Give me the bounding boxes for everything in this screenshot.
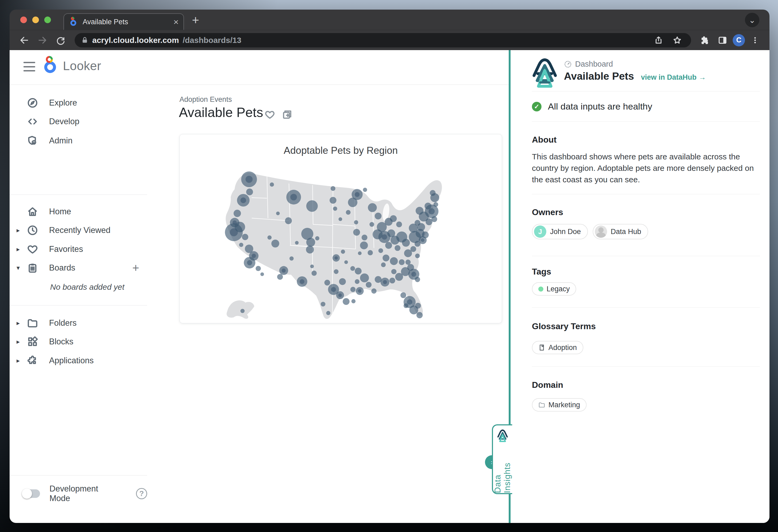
glossary-chip-adoption[interactable]: Adoption — [532, 341, 584, 354]
sidebar-item-boards[interactable]: ▾ Boards + — [10, 260, 147, 276]
sidebar-item-develop[interactable]: Develop — [10, 113, 147, 129]
map-bubble[interactable] — [422, 232, 429, 239]
map-bubble[interactable] — [390, 215, 397, 222]
map-bubble[interactable] — [358, 251, 362, 255]
map-bubble[interactable] — [351, 299, 356, 303]
looker-logo[interactable]: Looker — [44, 58, 101, 73]
map-bubble[interactable] — [354, 220, 358, 225]
caret-right-icon[interactable]: ▸ — [10, 227, 27, 234]
back-icon[interactable] — [16, 32, 32, 48]
map-bubble[interactable] — [410, 246, 416, 252]
help-icon[interactable]: ? — [136, 488, 147, 499]
map-bubble[interactable] — [425, 218, 433, 225]
data-insights-tab[interactable]: Data Insights — [492, 424, 512, 494]
map-bubble[interactable] — [239, 243, 243, 247]
map-bubble[interactable] — [402, 239, 410, 247]
map-bubble[interactable] — [271, 240, 279, 248]
favorite-heart-icon[interactable] — [264, 109, 275, 120]
map-bubble[interactable] — [285, 217, 292, 224]
caret-right-icon[interactable]: ▸ — [10, 319, 27, 327]
map-bubble[interactable] — [360, 273, 369, 282]
tab-search-chevron-icon[interactable]: ⌄ — [745, 13, 759, 27]
map-bubble[interactable] — [320, 302, 325, 306]
owner-chip-john-doe[interactable]: J John Doe — [532, 224, 588, 239]
map-bubble[interactable] — [433, 202, 438, 207]
sidebar-item-favorites[interactable]: ▸ Favorites — [10, 241, 147, 257]
map-bubble[interactable] — [333, 269, 338, 274]
map-bubble[interactable] — [399, 259, 404, 265]
map-bubble[interactable] — [368, 203, 377, 212]
sidebar-item-explore[interactable]: Explore — [10, 95, 147, 111]
map-bubble[interactable] — [348, 198, 357, 207]
owner-chip-data-hub[interactable]: Data Hub — [593, 224, 648, 239]
map-bubble[interactable] — [430, 190, 436, 196]
map-bubble[interactable] — [369, 222, 374, 227]
map-bubble[interactable] — [415, 254, 420, 258]
development-mode-toggle[interactable] — [22, 490, 40, 498]
padlock-icon[interactable] — [81, 36, 88, 44]
map-bubble[interactable] — [234, 210, 241, 217]
map-bubble[interactable] — [306, 200, 318, 211]
map-bubble[interactable] — [289, 256, 294, 261]
map-bubble[interactable] — [362, 235, 367, 241]
map-bubble[interactable] — [240, 309, 244, 313]
map-bubble[interactable] — [414, 241, 420, 247]
map-bubble[interactable] — [344, 260, 348, 264]
map-bubble[interactable] — [346, 210, 351, 215]
extensions-puzzle-icon[interactable] — [697, 33, 712, 48]
map-bubble[interactable] — [353, 229, 360, 236]
map-bubble[interactable] — [306, 246, 314, 254]
map-bubble[interactable] — [375, 213, 382, 219]
map-bubble[interactable] — [350, 266, 355, 271]
map-bubble[interactable] — [355, 268, 362, 274]
map-bubble[interactable] — [416, 312, 422, 319]
sidebar-item-applications[interactable]: ▸ Applications — [10, 353, 147, 369]
map-bubble[interactable] — [339, 278, 346, 285]
map-bubble[interactable] — [342, 298, 349, 305]
caret-right-icon[interactable]: ▸ — [10, 338, 27, 345]
new-tab-button[interactable]: + — [192, 14, 199, 26]
share-icon[interactable] — [651, 33, 666, 48]
map-bubble[interactable] — [338, 217, 342, 221]
map-bubble[interactable] — [310, 264, 314, 268]
zoom-window-button[interactable] — [44, 16, 51, 23]
domain-chip-marketing[interactable]: Marketing — [532, 398, 587, 412]
profile-avatar[interactable]: C — [733, 34, 745, 47]
map-bubble[interactable] — [276, 211, 280, 215]
tag-chip-legacy[interactable]: Legacy — [532, 282, 576, 295]
map-bubble[interactable] — [267, 235, 272, 240]
sidebar-item-admin[interactable]: Admin — [10, 133, 147, 149]
caret-down-icon[interactable]: ▾ — [10, 264, 27, 272]
sidebar-item-recently-viewed[interactable]: ▸ Recently Viewed — [10, 222, 147, 238]
map-bubble[interactable] — [391, 269, 396, 274]
caret-right-icon[interactable]: ▸ — [10, 246, 27, 253]
minimize-window-button[interactable] — [32, 16, 39, 23]
bookmark-star-icon[interactable] — [670, 33, 685, 48]
view-in-datahub-link[interactable]: view in DataHub → — [641, 73, 706, 82]
map-bubble[interactable] — [389, 278, 395, 284]
map-bubble[interactable] — [260, 272, 264, 276]
map-bubble[interactable] — [235, 222, 245, 232]
sidebar-item-folders[interactable]: ▸ Folders — [10, 315, 147, 331]
tab-close-icon[interactable]: × — [173, 17, 179, 26]
forward-icon[interactable] — [35, 32, 50, 48]
map-bubble[interactable] — [405, 260, 411, 265]
map-bubble[interactable] — [363, 188, 367, 192]
map-bubble[interactable] — [341, 250, 345, 254]
map-bubble[interactable] — [371, 288, 377, 294]
map-bubble[interactable] — [390, 257, 398, 265]
map-bubble[interactable] — [315, 236, 319, 241]
close-window-button[interactable] — [20, 16, 27, 23]
map-bubble[interactable] — [331, 186, 335, 191]
browser-tab[interactable]: Available Pets × — [64, 13, 184, 30]
add-to-board-icon[interactable] — [282, 109, 293, 120]
map-bubble[interactable] — [246, 188, 253, 195]
map-bubble[interactable] — [324, 280, 330, 286]
sidebar-item-blocks[interactable]: ▸ Blocks — [10, 334, 147, 350]
map-bubble[interactable] — [326, 311, 330, 315]
map-bubble[interactable] — [255, 266, 261, 271]
caret-right-icon[interactable]: ▸ — [10, 357, 27, 364]
map-bubble[interactable] — [366, 282, 371, 288]
side-panel-icon[interactable] — [715, 33, 730, 48]
map-bubble[interactable] — [409, 224, 417, 233]
